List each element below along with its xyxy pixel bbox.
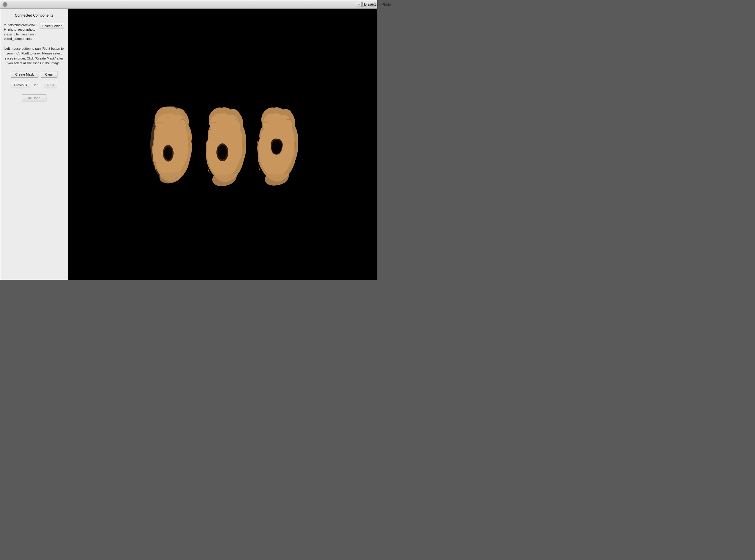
section-title: Connected Components xyxy=(4,14,64,18)
app-icon xyxy=(3,2,7,7)
minimize-button[interactable]: ─ xyxy=(356,2,362,7)
window-title: Dissection Photo xyxy=(364,2,377,6)
all-done-button[interactable]: All Done xyxy=(22,94,47,101)
navigation-row: Previous 2 / 6 Next xyxy=(4,82,64,88)
svg-point-4 xyxy=(218,145,227,159)
next-button[interactable]: Next xyxy=(44,82,57,88)
brain-slice-3 xyxy=(255,102,299,186)
brain-slice-2 xyxy=(201,101,248,187)
page-indicator: 2 / 6 xyxy=(33,83,42,87)
mask-buttons-row: Create Mask Clear xyxy=(4,71,64,78)
sidebar: Connected Components /autofs/cluster/viv… xyxy=(0,8,68,280)
clear-button[interactable]: Clear xyxy=(41,71,57,78)
image-panel[interactable] xyxy=(68,8,377,280)
titlebar: Dissection Photo ─ □ ✕ xyxy=(0,0,377,8)
folder-path: /autofs/cluster/vive/MGH_photo_recon/pho… xyxy=(4,23,37,41)
path-row: /autofs/cluster/vive/MGH_photo_recon/pho… xyxy=(4,23,64,41)
instructions-text: Left mouse button to pan, Right button t… xyxy=(4,45,64,67)
svg-point-2 xyxy=(164,147,172,160)
create-mask-button[interactable]: Create Mask xyxy=(11,71,38,78)
previous-button[interactable]: Previous xyxy=(11,82,31,88)
brain-slice-1 xyxy=(147,100,194,189)
main-window: Dissection Photo ─ □ ✕ Connected Compone… xyxy=(0,0,377,280)
content-area: Connected Components /autofs/cluster/viv… xyxy=(0,8,377,280)
brain-slices-container xyxy=(141,94,305,195)
titlebar-left xyxy=(3,2,7,7)
select-folder-button[interactable]: Select Folder xyxy=(40,23,64,29)
